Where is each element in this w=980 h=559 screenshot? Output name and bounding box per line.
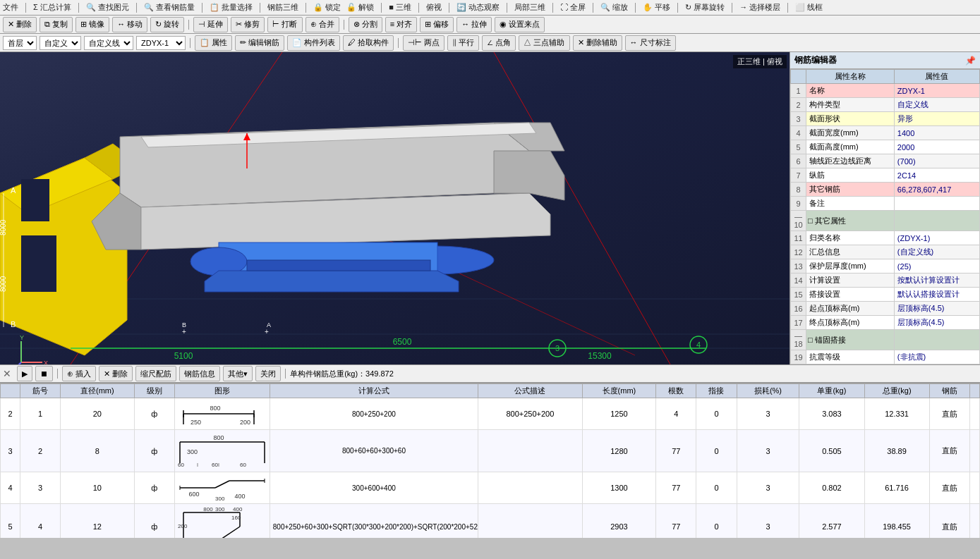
subtype-select[interactable]: 自定义线 — [84, 36, 133, 50]
prop-row-num: 15 — [791, 288, 806, 302]
btn-rotate[interactable]: ↻ 旋转 — [150, 17, 184, 32]
prop-row-name: 计算设置 — [806, 274, 895, 288]
prop-row[interactable]: 12汇总信息(自定义线) — [791, 245, 980, 259]
menu-rebar-3d[interactable]: 钢筋三维 — [267, 2, 298, 13]
prop-row[interactable]: 8其它钢筋66,278,607,417 — [791, 183, 980, 197]
prop-row-value[interactable]: 66,278,607,417 — [894, 183, 979, 197]
prop-row[interactable]: 17终点顶标高(m)层顶标高(4.5) — [791, 316, 980, 330]
menu-lock[interactable]: 🔒 锁定 — [313, 2, 341, 13]
btn-offset[interactable]: ⊞ 偏移 — [420, 17, 454, 32]
menu-zoom[interactable]: 🔍 缩放 — [600, 2, 628, 13]
viewport-mode-label: 正三维 | 俯视 — [733, 55, 787, 68]
svg-text:3: 3 — [555, 344, 559, 352]
btn-extend[interactable]: ⊣ 延伸 — [193, 17, 228, 32]
menu-pan[interactable]: ✋ 平移 — [643, 2, 670, 13]
btn-copy[interactable]: ⧉ 复制 — [40, 17, 73, 32]
btn-two-points[interactable]: ⊣⊢ 两点 — [403, 35, 444, 51]
prop-row[interactable]: 14计算设置按默认计算设置计 — [791, 274, 980, 288]
btn-stretch[interactable]: ↔ 拉伸 — [456, 17, 492, 32]
btn-insert[interactable]: ⊕ 插入 — [62, 366, 96, 381]
menu-file[interactable]: 文件 — [3, 2, 18, 13]
prop-row-value[interactable]: (C15) — [894, 364, 979, 365]
btn-merge[interactable]: ⊕ 合并 — [306, 17, 339, 32]
prop-row[interactable]: 20混凝土强度等级(C15) — [791, 364, 980, 365]
rebar-table-row[interactable]: 4310ф 600 400 300 300+600+400130077030.8… — [1, 472, 980, 504]
svg-text:8000: 8000 — [0, 276, 7, 292]
prop-row-num: 4 — [791, 126, 806, 140]
rebar-table-row[interactable]: 5412ф 800 200 300 60 520 160 300 400 800… — [1, 504, 980, 539]
prop-row[interactable]: 3截面形状异形 — [791, 112, 980, 126]
menu-local-3d[interactable]: 局部三维 — [514, 2, 545, 13]
menu-fullscreen[interactable]: ⛶ 全屏 — [560, 2, 586, 13]
btn-trim[interactable]: ✂ 修剪 — [231, 17, 265, 32]
rebar-table-container[interactable]: 筋号 直径(mm) 级别 图形 计算公式 公式描述 长度(mm) 根数 指接 损… — [0, 383, 980, 538]
menu-summary[interactable]: Σ 汇总计算 — [33, 2, 71, 13]
prop-row[interactable]: 1名称ZDYX-1 — [791, 84, 980, 98]
prop-row[interactable]: 7纵筋2C14 — [791, 168, 980, 183]
th-barnum: 筋号 — [20, 384, 60, 398]
prop-row-value: (自定义线) — [894, 245, 979, 259]
prop-row[interactable]: 13保护层厚度(mm)(25) — [791, 259, 980, 274]
menu-batch-select[interactable]: 📋 批量选择 — [210, 2, 253, 13]
properties-pin-icon[interactable]: 📌 — [965, 56, 976, 66]
rebar-table-row[interactable]: 328ф 800 300 60 60 60 800+60+60+300+6012… — [1, 430, 980, 472]
btn-component-list[interactable]: 📄 构件列表 — [287, 35, 340, 51]
btn-delete[interactable]: ✕ 删除 — [3, 17, 37, 32]
rebar-unit-wt: 3.083 — [799, 398, 864, 430]
btn-setpoint[interactable]: ◉ 设置来点 — [495, 17, 545, 32]
rebar-shape: 800 250 200 — [174, 398, 270, 430]
rebar-table-row[interactable]: 2120ф 800 250 200 800+250+200800+250+200… — [1, 398, 980, 430]
floor-select[interactable]: 首层 — [3, 36, 37, 50]
svg-line-73 — [215, 481, 229, 488]
type-select[interactable]: 自定义 — [40, 36, 81, 50]
prop-row-value[interactable]: 异形 — [894, 112, 979, 126]
name-select[interactable]: ZDYX-1 — [136, 36, 186, 50]
btn-other[interactable]: 其他▾ — [223, 366, 253, 381]
prop-row-value[interactable]: ZDYX-1 — [894, 84, 979, 98]
btn-scale-rebar[interactable]: 缩尺配筋 — [135, 366, 176, 381]
btn-close[interactable]: 关闭 — [255, 366, 281, 381]
menu-top-view[interactable]: 俯视 — [426, 2, 442, 13]
properties-scroll[interactable]: 属性名称 属性值 1名称ZDYX-12构件类型自定义线3截面形状异形4截面宽度(… — [790, 69, 980, 364]
btn-split[interactable]: ⊗ 分割 — [349, 17, 382, 32]
prop-row[interactable]: 15搭接设置默认认搭接设置计 — [791, 288, 980, 302]
prop-row[interactable]: 11归类名称(ZDYX-1) — [791, 231, 980, 245]
menu-wireframe[interactable]: ⬜ 线框 — [795, 2, 823, 13]
btn-point-angle[interactable]: ∠ 点角 — [482, 35, 516, 51]
sep14 — [677, 3, 678, 13]
menu-unlock[interactable]: 🔓 解锁 — [346, 2, 374, 13]
viewport-3d[interactable]: 5100 6500 15300 3 4 A B C 8000 8000 4000… — [0, 52, 790, 364]
btn-move[interactable]: ↔ 移动 — [112, 17, 147, 32]
menu-select-floor[interactable]: → 选择楼层 — [739, 2, 780, 13]
btn-parallel[interactable]: ∥ 平行 — [447, 35, 479, 51]
prop-row[interactable]: 4截面宽度(mm)1400 — [791, 126, 980, 140]
snap-play-btn[interactable]: ▶ — [17, 366, 32, 381]
btn-edit-rebar[interactable]: ✏ 编辑钢筋 — [235, 35, 284, 51]
prop-row[interactable]: 19抗震等级(非抗震) — [791, 350, 980, 364]
btn-mirror[interactable]: ⊞ 镜像 — [75, 17, 109, 32]
btn-rebar-info[interactable]: 钢筋信息 — [179, 366, 220, 381]
menu-3d[interactable]: ■ 三维 — [389, 2, 411, 13]
prop-row[interactable]: 16起点顶标高(m)层顶标高(4.5) — [791, 302, 980, 316]
btn-pick-component[interactable]: 🖊 拾取构件 — [343, 35, 394, 51]
btn-dim[interactable]: ↔ 尺寸标注 — [625, 35, 676, 51]
snap-close-btn[interactable]: ✕ — [3, 368, 11, 379]
menu-dynamic-view[interactable]: 🔄 动态观察 — [456, 2, 500, 13]
sep-s2 — [285, 369, 286, 379]
btn-delete-rebar[interactable]: ✕ 删除 — [99, 366, 133, 381]
prop-row[interactable]: — 10□ 其它属性 — [791, 211, 980, 231]
menu-rotate-screen[interactable]: ↻ 屏幕旋转 — [685, 2, 725, 13]
menu-check-drawing[interactable]: 🔍 查找图元 — [86, 2, 129, 13]
menu-check-rebar[interactable]: 🔍 查看钢筋量 — [144, 2, 195, 13]
prop-row[interactable]: 9备注 — [791, 197, 980, 211]
btn-del-aux[interactable]: ✕ 删除辅助 — [573, 35, 622, 51]
btn-align[interactable]: ≡ 对齐 — [385, 17, 417, 32]
btn-break[interactable]: ⊢ 打断 — [267, 17, 302, 32]
snap-stop-btn[interactable]: ⏹ — [35, 366, 53, 381]
prop-row[interactable]: 5截面高度(mm)2000 — [791, 140, 980, 154]
btn-three-point-aux[interactable]: △ 三点辅助 — [519, 35, 569, 51]
prop-row[interactable]: 2构件类型自定义线 — [791, 98, 980, 112]
btn-properties[interactable]: 📋 属性 — [195, 35, 232, 51]
prop-row[interactable]: — 18□ 锚固搭接 — [791, 330, 980, 350]
prop-row[interactable]: 6轴线距左边线距离(700) — [791, 154, 980, 168]
